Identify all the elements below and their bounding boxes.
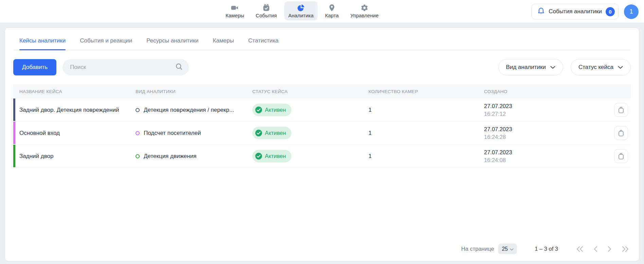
tab-analytics-resources[interactable]: Ресурсы аналитики	[146, 31, 199, 50]
events-button-label: События аналитики	[549, 8, 602, 15]
column-header-cameras: КОЛИЧЕСТВО КАМЕР	[369, 89, 484, 94]
created-date: 27.07.2023	[484, 102, 609, 110]
tab-analytics-cases[interactable]: Кейсы аналитики	[19, 31, 66, 50]
table-row: Задний двор Детекция движения Активен 1 …	[13, 145, 631, 168]
camera-count: 1	[369, 153, 484, 160]
content-panel: Кейсы аналитики События и реакции Ресурс…	[5, 28, 639, 261]
chevron-down-icon	[510, 246, 514, 252]
tab-cameras[interactable]: Камеры	[213, 31, 234, 50]
delete-button[interactable]	[614, 149, 628, 163]
main-navigation: Камеры События Аналитика	[221, 1, 383, 20]
case-name: Задний двор. Детекция повреждений	[19, 107, 136, 113]
case-name: Задний двор	[19, 153, 136, 160]
filter-analytics-type[interactable]: Вид аналитики	[498, 59, 563, 75]
nav-item-events[interactable]: События	[252, 1, 281, 20]
avatar[interactable]: 1	[624, 4, 639, 19]
column-header-created: СОЗДАНО	[484, 89, 609, 94]
top-right-controls: События аналитики 0 1	[532, 4, 639, 19]
nav-item-management[interactable]: Управление	[346, 1, 382, 20]
nav-label: События	[256, 13, 277, 18]
map-pin-icon	[328, 4, 336, 12]
analytics-type-label: Подсчет посетителей	[144, 130, 201, 137]
bell-icon	[537, 7, 545, 16]
status-label: Активен	[265, 130, 286, 136]
analytics-type-label: Детекция повреждения / перекр...	[144, 107, 234, 113]
case-color-bar	[13, 122, 15, 144]
pie-chart-icon	[297, 4, 305, 12]
tab-bar: Кейсы аналитики События и реакции Ресурс…	[13, 31, 631, 50]
trash-icon	[618, 153, 624, 160]
delete-button[interactable]	[614, 103, 628, 117]
analytics-type-cell: Детекция движения	[136, 153, 252, 160]
created-time: 16:24:28	[484, 133, 609, 141]
analytics-type-cell: Детекция повреждения / перекр...	[136, 107, 252, 113]
table-header: НАЗВАНИЕ КЕЙСА ВИД АНАЛИТИКИ СТАТУС КЕЙС…	[13, 84, 631, 99]
next-page-button[interactable]	[607, 246, 612, 252]
created-date: 27.07.2023	[484, 148, 609, 156]
nav-item-map[interactable]: Карта	[321, 1, 343, 20]
column-header-status: СТАТУС КЕЙСА	[252, 89, 369, 94]
per-page-label: На странице	[461, 246, 494, 252]
delete-button[interactable]	[614, 126, 628, 140]
toolbar: Добавить Вид аналитики Статус кейса	[13, 59, 631, 75]
calendar-check-icon	[262, 4, 270, 12]
created-time: 16:24:08	[484, 156, 609, 164]
filter-case-status[interactable]: Статус кейса	[571, 59, 631, 75]
analytics-type-label: Детекция движения	[144, 153, 196, 160]
previous-page-button[interactable]	[593, 246, 598, 252]
check-circle-icon	[255, 153, 262, 160]
first-page-button[interactable]	[576, 246, 584, 252]
gear-icon	[360, 4, 369, 12]
camera-count: 1	[369, 107, 484, 113]
created-cell: 27.07.2023 16:27:12	[484, 102, 609, 118]
created-cell: 27.07.2023 16:24:28	[484, 125, 609, 141]
search-input[interactable]	[70, 64, 175, 71]
nav-label: Управление	[350, 13, 378, 18]
table-row: Задний двор. Детекция повреждений Детекц…	[13, 99, 631, 122]
per-page-value: 25	[502, 246, 508, 252]
analytics-events-button[interactable]: События аналитики 0	[532, 4, 619, 19]
table-body: Задний двор. Детекция повреждений Детекц…	[13, 99, 631, 168]
tab-statistics[interactable]: Статистика	[248, 31, 279, 50]
nav-item-analytics[interactable]: Аналитика	[284, 1, 318, 20]
check-circle-icon	[255, 129, 262, 137]
page-range-label: 1 – 3 of 3	[535, 246, 558, 252]
pagination-bar: На странице 25 1 – 3 of 3	[13, 237, 631, 261]
add-button[interactable]: Добавить	[13, 59, 56, 75]
nav-label: Карта	[325, 13, 339, 18]
created-time: 16:27:12	[484, 110, 609, 118]
trash-icon	[618, 129, 624, 137]
filter-label: Статус кейса	[578, 64, 613, 71]
search-icon[interactable]	[175, 63, 183, 72]
analytics-type-icon	[136, 108, 140, 112]
analytics-type-icon	[136, 154, 140, 158]
chevron-down-icon	[550, 64, 555, 71]
status-badge: Активен	[252, 104, 291, 116]
analytics-type-cell: Подсчет посетителей	[136, 130, 252, 137]
created-cell: 27.07.2023 16:24:08	[484, 148, 609, 164]
created-date: 27.07.2023	[484, 125, 609, 133]
column-header-name: НАЗВАНИЕ КЕЙСА	[19, 89, 136, 94]
nav-label: Камеры	[226, 13, 244, 18]
video-camera-icon	[231, 4, 239, 12]
column-header-type: ВИД АНАЛИТИКИ	[136, 89, 252, 94]
case-name: Основной вход	[19, 130, 136, 137]
pager-nav	[576, 246, 629, 252]
case-color-bar	[13, 99, 15, 121]
status-badge: Активен	[252, 127, 291, 139]
cases-table: НАЗВАНИЕ КЕЙСА ВИД АНАЛИТИКИ СТАТУС КЕЙС…	[13, 84, 631, 168]
search-field	[62, 59, 189, 75]
nav-label: Аналитика	[288, 13, 314, 18]
nav-item-cameras[interactable]: Камеры	[221, 1, 248, 20]
tab-events-reactions[interactable]: События и реакции	[80, 31, 132, 50]
per-page-select[interactable]: 25	[498, 244, 517, 254]
filter-label: Вид аналитики	[506, 64, 546, 71]
top-bar: Камеры События Аналитика	[0, 0, 644, 23]
vertical-scrollbar[interactable]	[640, 28, 643, 261]
analytics-type-icon	[136, 131, 140, 135]
last-page-button[interactable]	[621, 246, 629, 252]
status-label: Активен	[265, 107, 286, 113]
chevron-down-icon	[618, 64, 623, 71]
status-label: Активен	[265, 153, 286, 159]
trash-icon	[618, 106, 624, 113]
